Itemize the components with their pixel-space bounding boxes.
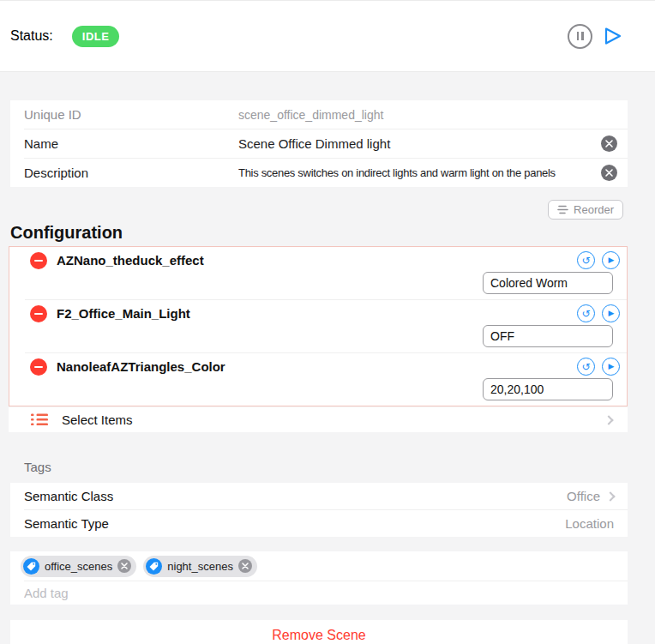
semantic-class-label: Semantic Class [24,489,113,503]
clear-icon [605,169,613,177]
configuration-title: Configuration [10,223,123,243]
run-item-button[interactable]: ▶ [602,304,620,322]
scene-detail-screen: Status: IDLE Unique ID scene_office_dimm… [0,0,655,644]
play-icon [600,24,624,48]
remove-tag-button[interactable] [117,559,131,573]
description-label: Description [24,166,238,180]
tag-chip: office_scenes [21,556,136,577]
remove-tag-button[interactable] [238,559,252,573]
configuration-header: Reorder Configuration [0,200,655,246]
select-items-row[interactable]: Select Items [9,407,628,432]
status-badge: IDLE [72,26,120,47]
config-item-value-input[interactable] [483,325,613,347]
scene-details-card: Unique ID scene_office_dimmed_light Name… [10,100,628,187]
chevron-right-icon [605,491,615,501]
config-item-name: NanoleafAZTriangles_Color [57,359,225,374]
unique-id-row: Unique ID scene_office_dimmed_light [10,100,628,129]
remove-item-icon[interactable] [30,252,47,269]
reorder-icon [557,205,568,214]
undo-icon: ↺ [581,309,590,319]
play-button[interactable] [600,24,624,48]
undo-button[interactable]: ↺ [577,304,595,322]
reorder-label: Reorder [574,203,614,216]
description-value[interactable]: This scenes switches on indirect lights … [238,166,596,179]
config-item-value-input[interactable] [483,272,613,294]
name-label: Name [24,136,238,151]
remove-item-icon[interactable] [30,305,47,322]
config-item-value-input[interactable] [483,378,613,400]
tag-chip-label: office_scenes [45,560,112,573]
semantic-class-value: Office [567,489,600,503]
clear-icon [121,563,128,569]
clear-name-button[interactable] [601,135,617,152]
config-item: AZNano_theduck_effect ↺ ▶ [9,247,627,299]
pause-button[interactable] [568,24,592,49]
unique-id-label: Unique ID [24,107,238,122]
add-tag-row [10,581,628,605]
run-item-button[interactable]: ▶ [602,358,620,376]
undo-button[interactable]: ↺ [577,358,595,376]
reorder-button[interactable]: Reorder [548,200,623,220]
config-item-head: AZNano_theduck_effect ↺ ▶ [30,251,620,269]
remove-item-icon[interactable] [30,358,47,376]
list-icon [31,413,48,426]
pause-icon [577,32,580,40]
tag-chips-row: office_scenes night_scenes [10,551,628,581]
semantic-type-value: Location [565,516,614,531]
status-bar: Status: IDLE [0,0,655,72]
clear-icon [242,563,249,569]
name-row[interactable]: Name Scene Office Dimmed light [10,129,628,158]
add-tag-input[interactable] [24,586,614,600]
tag-icon [23,558,39,575]
status-actions [568,24,624,49]
chevron-right-icon [604,415,613,424]
undo-icon: ↺ [581,256,590,266]
play-circle-icon: ▶ [609,256,615,264]
semantic-class-row[interactable]: Semantic Class Office [10,483,628,509]
configuration-card: AZNano_theduck_effect ↺ ▶ F2_Office_Main… [9,246,628,406]
config-item-name: AZNano_theduck_effect [57,253,204,268]
play-circle-icon: ▶ [609,310,615,317]
select-items-label: Select Items [62,412,133,427]
config-item-head: NanoleafAZTriangles_Color ↺ ▶ [30,358,620,376]
clear-description-button[interactable] [601,165,617,181]
run-item-button[interactable]: ▶ [602,251,620,269]
clear-icon [605,140,613,147]
play-circle-icon: ▶ [609,363,615,370]
tag-chip: night_scenes [143,556,257,577]
tags-section-title: Tags [24,460,655,475]
status-label: Status: [10,28,53,44]
remove-scene-button[interactable]: Remove Scene [272,628,365,643]
undo-button[interactable]: ↺ [577,251,595,269]
name-value[interactable]: Scene Office Dimmed light [238,136,596,151]
tag-chips-card: office_scenes night_scenes [10,551,628,605]
semantic-type-label: Semantic Type [24,516,109,531]
tag-icon [146,558,162,575]
unique-id-value: scene_office_dimmed_light [238,108,617,122]
config-item: NanoleafAZTriangles_Color ↺ ▶ [9,353,627,406]
config-item: F2_Office_Main_Light ↺ ▶ [9,300,627,352]
config-item-name: F2_Office_Main_Light [57,306,190,321]
remove-scene-card: Remove Scene [10,620,628,644]
semantic-card: Semantic Class Office Semantic Type Loca… [10,483,628,537]
description-row[interactable]: Description This scenes switches on indi… [10,159,628,187]
semantic-type-row[interactable]: Semantic Type Location [10,510,628,537]
tag-chip-label: night_scenes [167,560,233,573]
undo-icon: ↺ [581,362,590,372]
config-item-head: F2_Office_Main_Light ↺ ▶ [30,304,620,322]
